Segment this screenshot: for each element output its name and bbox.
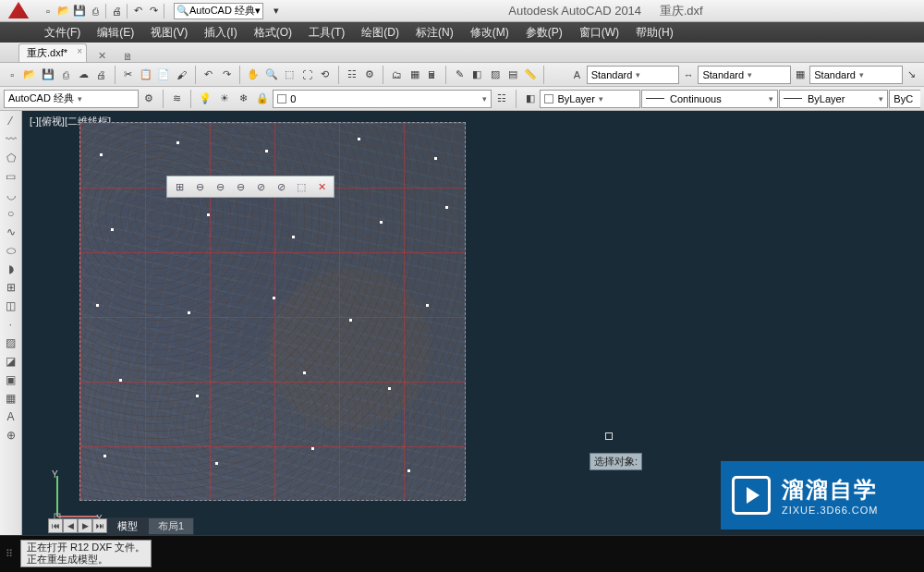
mtext-icon[interactable]: A <box>2 408 20 425</box>
lineweight-combo[interactable]: ByLayer▾ <box>779 90 888 108</box>
open-icon[interactable]: 📂 <box>56 4 71 18</box>
measure-icon[interactable]: 📏 <box>522 66 539 84</box>
hatch-icon[interactable]: ▨ <box>2 335 20 351</box>
model-tab[interactable]: 模型 <box>107 517 148 535</box>
open-icon[interactable]: 📂 <box>21 66 38 84</box>
layout1-tab[interactable]: 布局1 <box>148 517 194 535</box>
save-icon[interactable]: 💾 <box>40 66 56 84</box>
layer-props-icon[interactable]: ≋ <box>168 90 187 108</box>
block-icon[interactable]: ◫ <box>2 298 20 314</box>
pline-icon[interactable]: 〰 <box>2 131 20 148</box>
cmd-handle-icon[interactable]: ⠿ <box>3 547 16 560</box>
menu-insert[interactable]: 插入(I) <box>197 23 244 43</box>
plan-view-icon[interactable]: ⊞ <box>170 177 188 196</box>
close-icon[interactable]: × <box>77 46 82 56</box>
plot-icon[interactable]: 🖨 <box>92 66 109 84</box>
view-toolbar-floating[interactable]: ⊞ ⊖ ⊖ ⊖ ⊘ ⊘ ⬚ ✕ <box>166 176 334 198</box>
dimstyle-combo[interactable]: Standard▾ <box>698 66 791 84</box>
prev-tab-icon[interactable]: ◀ <box>63 518 78 533</box>
command-area[interactable]: ⠿ 正在打开 R12 DXF 文件。 正在重生成模型。 <box>0 535 924 572</box>
workspace-combo[interactable]: AutoCAD 经典▾ <box>4 90 139 108</box>
pan-icon[interactable]: ✋ <box>245 66 261 84</box>
menu-tools[interactable]: 工具(T) <box>301 23 352 43</box>
polygon-icon[interactable]: ⬠ <box>2 150 20 166</box>
dsettings-icon[interactable]: ⚙ <box>361 66 378 84</box>
last-tab-icon[interactable]: ⏭ <box>92 518 107 533</box>
linetype-combo[interactable]: Continuous▾ <box>641 90 778 108</box>
undo-icon[interactable]: ↶ <box>130 4 145 18</box>
insert-icon[interactable]: ⊞ <box>2 279 20 296</box>
saveas-icon[interactable]: ⎙ <box>88 4 103 18</box>
point-icon[interactable]: · <box>2 316 20 333</box>
markup-icon[interactable]: ✎ <box>451 66 468 84</box>
first-tab-icon[interactable]: ⏮ <box>48 518 63 533</box>
color-combo[interactable]: ByLayer▾ <box>540 90 640 108</box>
shade-icon[interactable]: ⊘ <box>272 177 290 196</box>
spline-icon[interactable]: ∿ <box>2 224 20 240</box>
add-tab-icon[interactable]: ✕ <box>92 50 112 62</box>
publish-icon[interactable]: ☁ <box>75 66 91 84</box>
lock-icon[interactable]: 🔒 <box>254 90 273 108</box>
save-icon[interactable]: 💾 <box>72 4 87 18</box>
copy-icon[interactable]: 📋 <box>138 66 154 84</box>
undo-icon[interactable]: ↶ <box>201 66 217 84</box>
freeze-icon[interactable]: ❄ <box>235 90 253 108</box>
zoom-extents-icon[interactable]: ⛶ <box>298 66 315 84</box>
workspace-selector[interactable]: 🔍 AutoCAD 经典 ▾ <box>174 3 263 19</box>
block-icon[interactable]: ◧ <box>468 66 485 84</box>
qat-dropdown-icon[interactable]: ▾ <box>269 4 284 18</box>
wireframe-icon[interactable]: ⬚ <box>292 177 310 196</box>
menu-edit[interactable]: 编辑(E) <box>90 23 141 43</box>
layerstate-icon[interactable]: ☷ <box>492 90 511 108</box>
mleader-icon[interactable]: ↘ <box>904 66 920 84</box>
iso-ne-icon[interactable]: ⊖ <box>231 177 249 196</box>
lightbulb-icon[interactable]: 💡 <box>196 90 214 108</box>
dimstyle-icon[interactable]: ↔ <box>680 66 697 84</box>
print-icon[interactable]: 🖨 <box>109 4 124 18</box>
textstyle-icon[interactable]: A <box>568 66 585 84</box>
properties-icon[interactable]: ☷ <box>344 66 360 84</box>
new-tab-icon[interactable]: 🗎 <box>117 51 139 62</box>
zoom-window-icon[interactable]: ⬚ <box>281 66 298 84</box>
layer-combo[interactable]: 0▾ <box>273 90 492 108</box>
toolpalette-icon[interactable]: ▦ <box>406 66 422 84</box>
arc-icon[interactable]: ◡ <box>2 187 20 203</box>
zoom-prev-icon[interactable]: ⟲ <box>316 66 333 84</box>
calc-icon[interactable]: 🖩 <box>424 66 441 84</box>
zoom-realtime-icon[interactable]: 🔍 <box>263 66 280 84</box>
line-icon[interactable]: ∕ <box>2 113 20 129</box>
close-toolbar-icon[interactable]: ✕ <box>312 177 331 196</box>
circle-icon[interactable]: ○ <box>2 205 20 222</box>
menu-param[interactable]: 参数(P) <box>518 23 570 43</box>
plotstyle-combo[interactable]: ByC <box>889 90 920 108</box>
document-tab[interactable]: 重庆.dxf* × <box>18 43 87 62</box>
new-icon[interactable]: ▫ <box>41 4 55 18</box>
hatch-icon[interactable]: ▨ <box>487 66 504 84</box>
menu-format[interactable]: 格式(O) <box>247 23 299 43</box>
menu-help[interactable]: 帮助(H) <box>628 23 681 43</box>
menu-dim[interactable]: 标注(N) <box>408 23 461 43</box>
menu-draw[interactable]: 绘图(D) <box>354 23 407 43</box>
gear-icon[interactable]: ⚙ <box>140 90 158 108</box>
table-icon[interactable]: ▦ <box>2 390 20 407</box>
region-icon[interactable]: ▣ <box>2 371 20 388</box>
new-icon[interactable]: ▫ <box>4 66 20 84</box>
saveas-icon[interactable]: ⎙ <box>57 66 74 84</box>
menu-file[interactable]: 文件(F) <box>37 23 88 43</box>
sheetset-icon[interactable]: 🗂 <box>388 66 405 84</box>
tablestyle-combo[interactable]: Standard▾ <box>809 66 903 84</box>
color-icon[interactable]: ◧ <box>521 90 540 108</box>
tablestyle-icon[interactable]: ▦ <box>792 66 808 84</box>
iso-se-icon[interactable]: ⊖ <box>211 177 229 196</box>
ellipse-arc-icon[interactable]: ◗ <box>2 261 20 277</box>
match-icon[interactable]: 🖌 <box>174 66 190 84</box>
iso-sw-icon[interactable]: ⊖ <box>190 177 209 196</box>
iso-nw-icon[interactable]: ⊘ <box>251 177 270 196</box>
sun-icon[interactable]: ☀ <box>215 90 234 108</box>
menu-window[interactable]: 窗口(W) <box>572 23 626 43</box>
redo-icon[interactable]: ↷ <box>218 66 235 84</box>
cut-icon[interactable]: ✂ <box>120 66 137 84</box>
menu-view[interactable]: 视图(V) <box>143 23 195 43</box>
rectangle-icon[interactable]: ▭ <box>2 168 20 185</box>
table-icon[interactable]: ▤ <box>505 66 521 84</box>
